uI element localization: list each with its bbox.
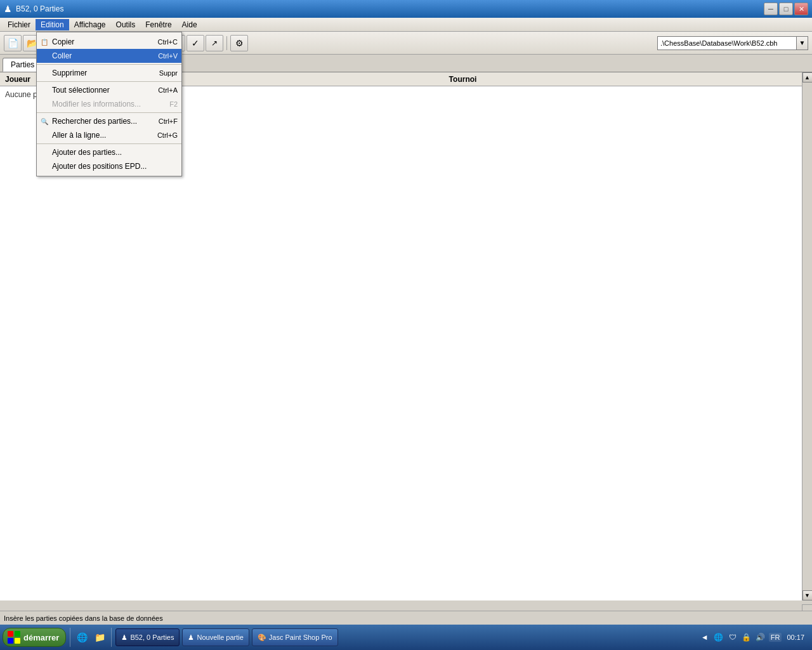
menu-item-supprimer[interactable]: Supprimer Suppr — [37, 66, 181, 80]
add-games-icon — [39, 147, 49, 157]
menu-group-1: 📋 Copier Ctrl+C Coller Ctrl+V — [37, 34, 181, 65]
menu-item-rechercher[interactable]: 🔍 Rechercher des parties... Ctrl+F — [37, 114, 181, 128]
ajouter-positions-label: Ajouter des positions EPD... — [52, 162, 147, 171]
coller-label: Coller — [52, 51, 72, 60]
add-positions-icon — [39, 161, 49, 171]
select-all-icon — [39, 85, 49, 95]
dropdown-overlay[interactable]: 📋 Copier Ctrl+C Coller Ctrl+V Supprimer … — [0, 0, 812, 650]
edit-icon — [39, 99, 49, 109]
menu-group-4: 🔍 Rechercher des parties... Ctrl+F Aller… — [37, 113, 181, 144]
edition-menu: 📋 Copier Ctrl+C Coller Ctrl+V Supprimer … — [36, 32, 182, 176]
delete-icon — [39, 68, 49, 78]
aller-ligne-shortcut: Ctrl+G — [157, 131, 178, 139]
menu-group-2: Supprimer Suppr — [37, 65, 181, 82]
menu-group-5: Ajouter des parties... Ajouter des posit… — [37, 144, 181, 175]
copier-label: Copier — [52, 37, 74, 46]
supprimer-shortcut: Suppr — [159, 69, 178, 77]
menu-item-ajouter-positions[interactable]: Ajouter des positions EPD... — [37, 159, 181, 173]
menu-item-aller-ligne[interactable]: Aller à la ligne... Ctrl+G — [37, 128, 181, 142]
copier-shortcut: Ctrl+C — [158, 38, 178, 46]
menu-group-3: Tout sélectionner Ctrl+A Modifier les in… — [37, 82, 181, 113]
modifier-informations-shortcut: F2 — [169, 100, 178, 108]
ajouter-parties-label: Ajouter des parties... — [52, 148, 122, 157]
aller-ligne-label: Aller à la ligne... — [52, 131, 106, 140]
menu-item-modifier-informations: Modifier les informations... F2 — [37, 97, 181, 111]
menu-item-copier[interactable]: 📋 Copier Ctrl+C — [37, 35, 181, 49]
paste-icon — [39, 51, 49, 61]
rechercher-label: Rechercher des parties... — [52, 117, 137, 126]
rechercher-shortcut: Ctrl+F — [159, 117, 178, 125]
tout-selectionner-shortcut: Ctrl+A — [158, 86, 178, 94]
tout-selectionner-label: Tout sélectionner — [52, 86, 110, 95]
goto-icon — [39, 130, 49, 140]
search-icon: 🔍 — [39, 116, 49, 126]
menu-item-ajouter-parties[interactable]: Ajouter des parties... — [37, 145, 181, 159]
menu-item-coller[interactable]: Coller Ctrl+V — [37, 49, 181, 63]
supprimer-label: Supprimer — [52, 69, 87, 77]
menu-item-tout-selectionner[interactable]: Tout sélectionner Ctrl+A — [37, 83, 181, 97]
copy-icon: 📋 — [39, 37, 49, 47]
coller-shortcut: Ctrl+V — [158, 52, 178, 60]
modifier-informations-label: Modifier les informations... — [52, 100, 141, 109]
